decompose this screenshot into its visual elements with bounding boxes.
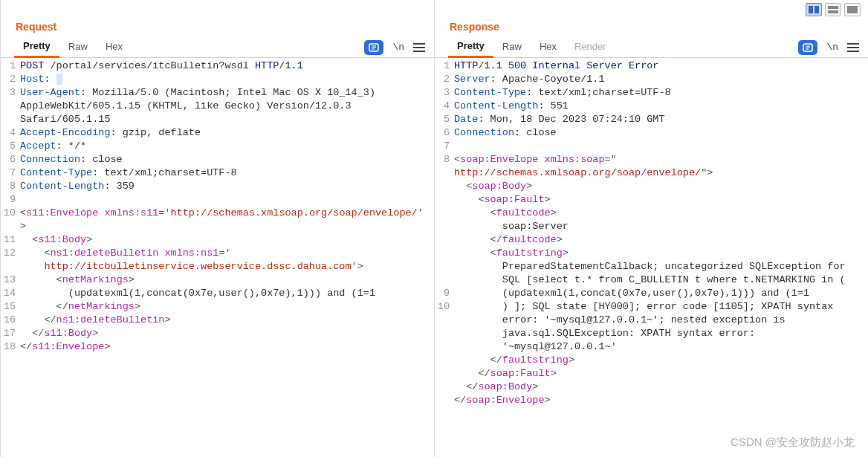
response-title: Response <box>435 18 868 37</box>
response-code-area[interactable]: 12345678910 HTTP/1.1 500 Internal Server… <box>435 58 868 457</box>
svg-rect-4 <box>828 10 838 13</box>
response-actions-button[interactable] <box>798 40 817 55</box>
tab-raw[interactable]: Raw <box>493 38 531 56</box>
response-layout-controls <box>435 0 868 18</box>
request-code[interactable]: POST /portal/services/itcBulletin?wsdl H… <box>20 59 434 457</box>
wrap-button[interactable]: \n <box>391 42 406 53</box>
tab-hex[interactable]: Hex <box>97 38 132 56</box>
request-gutter: 123456789101112131415161718 <box>1 59 20 457</box>
request-layout-controls <box>1 0 434 18</box>
layout-columns-button[interactable] <box>806 3 822 16</box>
tab-raw[interactable]: Raw <box>59 38 97 56</box>
tab-render[interactable]: Render <box>566 38 615 56</box>
svg-rect-1 <box>809 6 813 13</box>
tab-pretty[interactable]: Pretty <box>14 37 59 58</box>
layout-rows-button[interactable] <box>825 3 841 16</box>
request-actions-button[interactable] <box>364 40 383 55</box>
svg-rect-5 <box>847 6 858 13</box>
request-menu-icon[interactable] <box>413 43 425 52</box>
response-code[interactable]: HTTP/1.1 500 Internal Server ErrorServer… <box>454 59 868 457</box>
response-menu-icon[interactable] <box>847 43 859 52</box>
response-tabs: Pretty Raw Hex Render \n <box>435 37 868 58</box>
response-gutter: 12345678910 <box>435 59 454 457</box>
svg-rect-2 <box>814 6 819 13</box>
request-panel: Request Pretty Raw Hex \n 12345678910111… <box>0 0 434 457</box>
wrap-button[interactable]: \n <box>825 42 840 53</box>
response-panel: Response Pretty Raw Hex Render \n 123456… <box>434 0 868 457</box>
layout-single-button[interactable] <box>844 3 861 16</box>
request-code-area[interactable]: 123456789101112131415161718 POST /portal… <box>1 58 434 457</box>
request-title: Request <box>1 18 434 37</box>
request-tabs: Pretty Raw Hex \n <box>1 37 434 58</box>
tab-pretty[interactable]: Pretty <box>448 37 493 58</box>
svg-rect-3 <box>828 6 838 9</box>
tab-hex[interactable]: Hex <box>531 38 566 56</box>
